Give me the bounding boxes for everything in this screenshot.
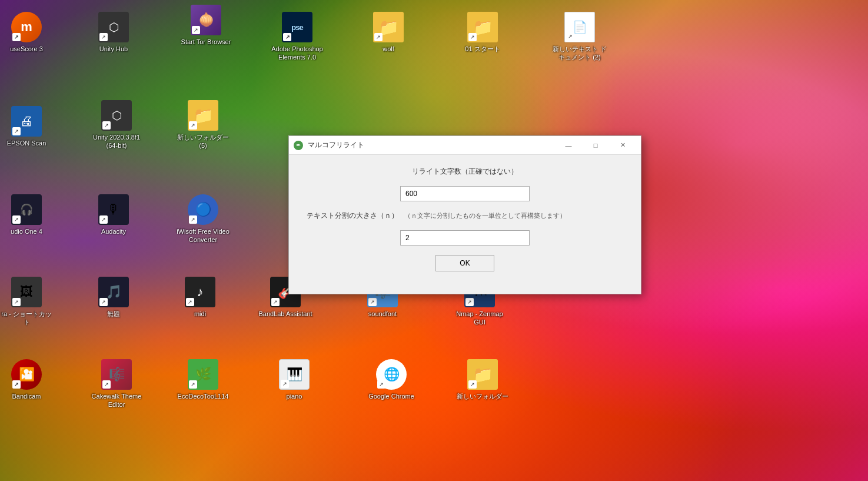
dialog-input-1[interactable] [400,186,530,201]
dialog-label-2: テキスト分割の大きさ（ｎ） [307,211,398,221]
icon-epson[interactable]: 🖨 ↗ EPSON Scan [0,106,53,147]
epson-icon: 🖨 [20,114,33,129]
bandicam-icon: 🎦 [19,367,35,382]
ra-label: ra - ショートカット [0,310,53,327]
photoshop-label: Adobe Photoshop Elements 7.0 [268,45,327,62]
icon-cakewalk[interactable]: 🎼 ↗ Cakewalk Theme Editor [87,359,146,409]
shortcut-arrow: ↗ [368,298,377,306]
newfolder-label: 新しいフォルダー [457,392,508,400]
dialog-ok-button[interactable]: OK [435,255,494,271]
chrome-icon: 🌐 [384,367,400,382]
unity-hub-label: Unity Hub [99,45,128,53]
shortcut-arrow: ↗ [192,26,200,34]
wolf-label: wolf [383,45,394,53]
dialog-icon-glyph: ✒ [296,142,301,148]
shortcut-arrow: ↗ [189,215,197,224]
shortcut-arrow: ↗ [99,215,108,224]
studio-one-label: udio One 4 [11,227,42,235]
shortcut-arrow: ↗ [102,380,111,389]
tor-icon: 🧅 [198,12,214,28]
musescore-label: useScore 3 [10,45,43,53]
shortcut-arrow: ↗ [374,33,383,41]
ecodeco-icon: 🌿 [195,367,211,382]
dialog-minimize-button[interactable]: — [555,136,582,155]
icon-tor-browser[interactable]: 🧅 ↗ Start Tor Browser [177,5,235,46]
mukudai-label: 無題 [107,310,120,318]
iwisoft-icon: 🔵 [195,202,211,217]
icon-midi[interactable]: ♪ ↗ midi [174,277,227,318]
dialog-row-1: リライト文字数（正確ではない） [307,167,623,177]
icon-ecodeco[interactable]: 🌿 ↗ EcoDecoTooL114 [174,359,232,400]
dialog-window: ✒ マルコフリライト — □ ✕ リライト文字数（正確ではない） テキスト分割の… [288,135,641,294]
shortcut-arrow: ↗ [99,33,108,41]
icon-iwisoft[interactable]: 🔵 ↗ iWisoft Free Video Converter [174,194,232,244]
newdoc2-icon: 📄 [573,20,587,34]
icon-unity2[interactable]: ⬡ ↗ Unity 2020.3.8f1 (64-bit) [87,100,146,150]
shortcut-arrow: ↗ [468,33,477,41]
icon-mukudai[interactable]: 🎵 ↗ 無題 [87,277,140,318]
icon-ra[interactable]: 🖼 ↗ ra - ショートカット [0,277,53,327]
shortcut-arrow: ↗ [468,380,477,389]
shortcut-arrow: ↗ [566,32,574,41]
icon-studio-one[interactable]: 🎧 ↗ udio One 4 [0,194,53,235]
unity2-label: Unity 2020.3.8f1 (64-bit) [87,133,146,150]
dialog-titlebar: ✒ マルコフリライト — □ ✕ [289,136,641,155]
dialog-input-row-2 [307,230,623,246]
icon-chrome[interactable]: 🌐 ↗ Google Chrome [362,359,421,400]
icon-unity-hub[interactable]: ⬡ ↗ Unity Hub [87,12,140,53]
tor-label: Start Tor Browser [181,38,231,46]
dialog-title: マルコフリライト [308,140,555,150]
dialog-hint-2: （ｎ文字に分割したものを一単位として再構築します） [404,211,566,220]
ra-icon: 🖼 [20,284,33,300]
shortcut-arrow: ↗ [12,380,21,389]
dialog-window-controls: — □ ✕ [555,136,636,155]
mukudai-icon: 🎵 [106,284,122,300]
chrome-label: Google Chrome [368,392,414,400]
icon-newfolder[interactable]: 📁 ↗ 新しいフォルダー [456,359,509,400]
dialog-input-row-1 [307,186,623,201]
shortcut-arrow: ↗ [12,298,21,306]
dialog-close-button[interactable]: ✕ [609,136,636,155]
epson-label: EPSON Scan [7,139,46,147]
icon-bandicam[interactable]: 🎦 ↗ Bandicam [0,359,53,400]
shortcut-arrow: ↗ [377,380,385,389]
midi-icon: ♪ [197,284,204,300]
shortcut-arrow: ↗ [283,33,291,41]
nmap-label: Nmap - Zenmap GUI [450,310,509,327]
audacity-icon: 🎙 [107,202,120,217]
cakewalk-icon: 🎼 [109,367,125,382]
iwisoft-label: iWisoft Free Video Converter [174,227,232,244]
dialog-restore-button[interactable]: □ [582,136,609,155]
shortcut-arrow: ↗ [102,121,111,130]
bandicam-label: Bandicam [12,392,41,400]
shortcut-arrow: ↗ [281,380,289,388]
shortcut-arrow: ↗ [186,298,194,306]
icon-newfolder5[interactable]: 📁 ↗ 新しいフォルダー (5) [174,100,232,150]
newfolder5-label: 新しいフォルダー (5) [174,133,232,150]
dialog-row-2: テキスト分割の大きさ（ｎ） （ｎ文字に分割したものを一単位として再構築します） [307,211,623,221]
bandlab-label: BandLab Assistant [258,310,312,318]
photoshop-icon: pse [291,23,302,32]
shortcut-arrow: ↗ [12,215,21,224]
icon-photoshop[interactable]: pse ↗ Adobe Photoshop Elements 7.0 [268,12,327,62]
shortcut-arrow: ↗ [189,121,197,130]
musescore-icon: m [21,19,32,35]
dialog-label-1: リライト文字数（正確ではない） [412,167,518,177]
unity2-icon: ⬡ [112,108,122,122]
dialog-input-2[interactable] [400,230,530,246]
icon-musescore[interactable]: m ↗ useScore 3 [0,12,53,53]
icon-01start[interactable]: 📁 ↗ 01 スタート [456,12,509,53]
start01-label: 01 スタート [465,45,500,53]
ecodeco-label: EcoDecoTooL114 [178,392,229,400]
icon-piano[interactable]: 🎹 ↗ piano [268,359,321,400]
audacity-label: Audacity [101,227,126,235]
icon-audacity[interactable]: 🎙 ↗ Audacity [87,194,140,235]
icon-wolf[interactable]: 📁 ↗ wolf [362,12,415,53]
dialog-app-icon: ✒ [294,141,303,150]
dialog-button-row: OK [307,255,623,271]
piano-label: piano [287,392,302,400]
icon-newdoc2[interactable]: 📄 ↗ 新しいテキスト ドキュメント (2) [550,12,609,62]
shortcut-arrow: ↗ [12,33,21,41]
cakewalk-label: Cakewalk Theme Editor [87,392,146,409]
desktop: m ↗ useScore 3 ⬡ ↗ Unity Hub 🧅 ↗ Start T… [0,0,868,481]
